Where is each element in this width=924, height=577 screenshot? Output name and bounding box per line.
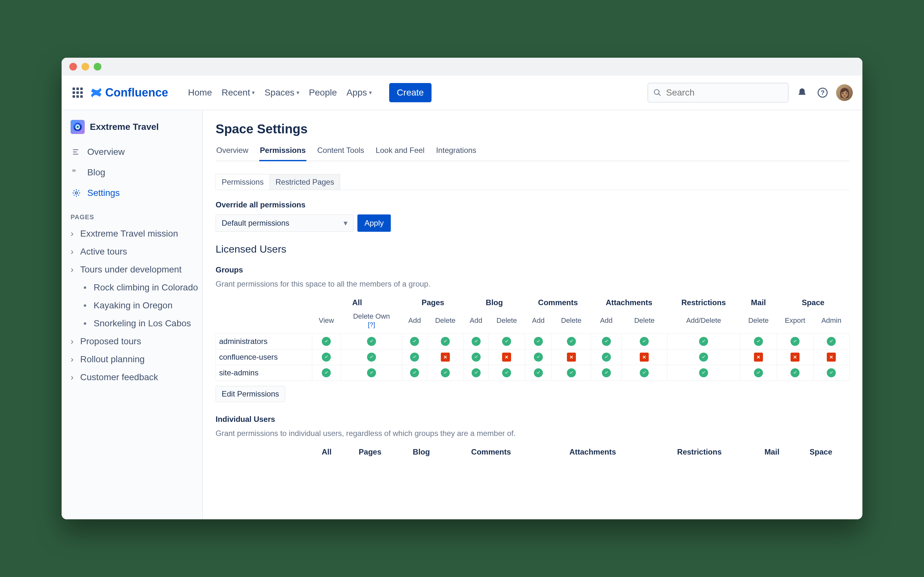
permission-cell bbox=[341, 350, 402, 365]
permission-cell bbox=[464, 334, 488, 350]
chevron-down-icon: ▾ bbox=[369, 89, 372, 96]
chevron-right-icon: › bbox=[71, 354, 77, 364]
permission-cell bbox=[667, 350, 740, 365]
notifications-icon[interactable] bbox=[795, 85, 809, 100]
permission-denied-icon bbox=[790, 353, 800, 362]
permission-cell bbox=[777, 365, 813, 381]
tab-overview[interactable]: Overview bbox=[216, 142, 249, 161]
page-tree-subitem[interactable]: Snorkeling in Los Cabos bbox=[79, 314, 198, 332]
permissions-subtabs: Permissions Restricted Pages bbox=[216, 174, 850, 190]
permission-granted-icon bbox=[827, 368, 836, 377]
page-tree-item[interactable]: ›Active tours bbox=[67, 243, 198, 261]
table-row: site-admins bbox=[216, 365, 850, 381]
permission-cell bbox=[667, 365, 740, 381]
colgroup-pages: Pages bbox=[402, 295, 464, 310]
permission-granted-icon bbox=[502, 337, 511, 346]
chevron-right-icon: › bbox=[71, 229, 77, 239]
page-tree-item[interactable]: ›Proposed tours bbox=[67, 332, 198, 350]
permission-granted-icon bbox=[534, 368, 543, 377]
nav-apps[interactable]: Apps▾ bbox=[344, 85, 374, 100]
edit-permissions-button[interactable]: Edit Permissions bbox=[216, 386, 285, 402]
tab-look-and-feel[interactable]: Look and Feel bbox=[375, 142, 425, 161]
subcol: Add bbox=[464, 310, 488, 334]
sidebar-blog[interactable]: ” Blog bbox=[65, 162, 198, 183]
page-tree-item[interactable]: ›Exxtreme Travel mission bbox=[67, 225, 198, 243]
colgroup-all: All bbox=[312, 295, 402, 310]
chevron-right-icon: › bbox=[71, 336, 77, 347]
permission-granted-icon bbox=[567, 337, 576, 346]
colgroup-comments: Comments bbox=[525, 295, 591, 310]
subtab-restricted-pages[interactable]: Restricted Pages bbox=[270, 174, 341, 190]
permission-granted-icon bbox=[567, 368, 576, 377]
override-select[interactable]: Default permissions ▾ bbox=[216, 214, 354, 232]
permission-cell bbox=[312, 334, 341, 350]
window-titlebar bbox=[61, 58, 863, 76]
space-avatar-icon: 🧿 bbox=[71, 120, 85, 134]
search-box bbox=[648, 83, 788, 103]
main-content: Space Settings Overview Permissions Cont… bbox=[203, 110, 863, 519]
close-window-icon[interactable] bbox=[69, 63, 77, 71]
sidebar-settings[interactable]: Settings bbox=[65, 183, 198, 203]
permission-cell bbox=[525, 365, 551, 381]
space-header[interactable]: 🧿 Exxtreme Travel bbox=[65, 120, 198, 142]
permission-cell bbox=[740, 334, 777, 350]
permission-cell bbox=[464, 350, 488, 365]
chevron-right-icon: › bbox=[71, 372, 77, 382]
sidebar: 🧿 Exxtreme Travel Overview ” Blog Settin… bbox=[61, 110, 203, 519]
maximize-window-icon[interactable] bbox=[94, 63, 102, 71]
permission-cell bbox=[813, 334, 849, 350]
search-input[interactable] bbox=[648, 83, 788, 103]
permission-granted-icon bbox=[441, 337, 450, 346]
permission-granted-icon bbox=[534, 353, 543, 362]
user-avatar[interactable]: 👩🏽 bbox=[836, 84, 853, 101]
subcol: Delete bbox=[551, 310, 591, 334]
page-tree-subitem[interactable]: Kayaking in Oregon bbox=[79, 297, 198, 314]
nav-home[interactable]: Home bbox=[186, 85, 214, 100]
groups-permissions-table: All Pages Blog Comments Attachments Rest… bbox=[216, 295, 850, 381]
app-switcher-icon[interactable] bbox=[71, 86, 84, 99]
help-link[interactable]: [?] bbox=[368, 321, 375, 328]
sidebar-overview[interactable]: Overview bbox=[65, 142, 198, 162]
permission-cell bbox=[341, 334, 402, 350]
permission-granted-icon bbox=[699, 353, 708, 362]
subcol: Export bbox=[777, 310, 813, 334]
nav-people[interactable]: People bbox=[307, 85, 339, 100]
chevron-down-icon: ▾ bbox=[296, 89, 299, 96]
apply-button[interactable]: Apply bbox=[357, 214, 391, 232]
permission-cell bbox=[591, 365, 622, 381]
tab-permissions[interactable]: Permissions bbox=[259, 142, 306, 161]
permission-cell bbox=[402, 334, 427, 350]
table-row: administrators bbox=[216, 334, 850, 350]
permission-cell bbox=[667, 334, 740, 350]
page-tree-item[interactable]: ›Rollout planning bbox=[67, 350, 198, 368]
subtab-permissions[interactable]: Permissions bbox=[216, 174, 270, 190]
tab-content-tools[interactable]: Content Tools bbox=[317, 142, 365, 161]
subcol: Add bbox=[402, 310, 427, 334]
permission-denied-icon bbox=[567, 353, 576, 362]
help-icon[interactable]: ? bbox=[816, 85, 830, 100]
permission-cell bbox=[591, 350, 622, 365]
permission-granted-icon bbox=[410, 353, 419, 362]
group-name-cell: administrators bbox=[216, 334, 312, 350]
confluence-icon bbox=[90, 86, 103, 99]
page-title: Space Settings bbox=[216, 122, 850, 136]
page-tree-item[interactable]: ›Tours under development bbox=[67, 261, 198, 279]
permission-denied-icon bbox=[640, 353, 649, 362]
create-button[interactable]: Create bbox=[389, 83, 431, 102]
groups-description: Grant permissions for this space to all … bbox=[216, 279, 850, 288]
permission-cell bbox=[312, 365, 341, 381]
brand-logo[interactable]: Confluence bbox=[90, 86, 168, 99]
space-name: Exxtreme Travel bbox=[90, 122, 159, 132]
brand-text: Confluence bbox=[105, 86, 168, 99]
nav-recent[interactable]: Recent▾ bbox=[220, 85, 257, 100]
page-tree-item[interactable]: ›Customer feedback bbox=[67, 368, 198, 386]
page-tree-subitem[interactable]: Rock climbing in Colorado bbox=[79, 279, 198, 297]
nav-spaces[interactable]: Spaces▾ bbox=[262, 85, 301, 100]
tab-integrations[interactable]: Integrations bbox=[435, 142, 477, 161]
permission-cell bbox=[488, 334, 525, 350]
permission-granted-icon bbox=[367, 353, 376, 362]
minimize-window-icon[interactable] bbox=[81, 63, 89, 71]
permission-granted-icon bbox=[534, 337, 543, 346]
groups-heading: Groups bbox=[216, 266, 850, 274]
permission-granted-icon bbox=[790, 337, 800, 346]
